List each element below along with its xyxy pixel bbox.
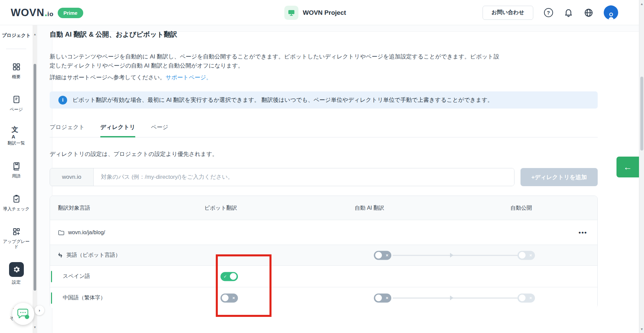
- book-icon: [12, 161, 21, 171]
- auto-publish-toggle-english[interactable]: ×: [517, 251, 535, 260]
- tab-bar: プロジェクト ディレクトリ ページ: [50, 123, 598, 137]
- more-options-icon[interactable]: •••: [579, 229, 587, 236]
- chat-expand-button[interactable]: ›: [35, 305, 44, 315]
- grid-icon: [12, 62, 21, 72]
- info-banner: i ピボット翻訳が有効な場合、最初に AI 翻訳を実行するか選択できます。 翻訳…: [50, 91, 598, 109]
- directory-settings-table: 翻訳対象言語 ピボット翻訳 自動 AI 翻訳 自動公開 wovn.io/ja/b…: [50, 196, 598, 308]
- scroll-down-arrow[interactable]: ▼: [639, 327, 644, 331]
- scrollbar-thumb[interactable]: [34, 64, 36, 291]
- flow-connector: [393, 255, 517, 256]
- tab-directory[interactable]: ディレクトリ: [100, 123, 135, 137]
- col-auto-publish: 自動公開: [510, 196, 532, 220]
- logo-tld: io: [47, 10, 54, 18]
- page-description: 新しいコンテンツやページを自動的に AI 翻訳し、ページを自動公開することができ…: [50, 52, 499, 70]
- flow-connector: [393, 297, 517, 298]
- path-input-group: wovn.io: [50, 168, 514, 186]
- auto-ai-toggle-english[interactable]: ×: [374, 251, 391, 260]
- description-line-2: 定したディレクトリやページの自動 AI 翻訳と自動公開がオフになります。: [50, 61, 499, 70]
- top-right-actions: お問い合わせ ?: [483, 0, 618, 25]
- language-row-chinese: 中国語（繁体字） × × ×: [50, 287, 597, 308]
- sidebar: プロジェクト 概要 ページ 文A 翻訳一覧 用語: [0, 25, 33, 333]
- scroll-down-arrow[interactable]: ▼: [33, 326, 37, 329]
- col-target-languages: 翻訳対象言語: [58, 196, 90, 220]
- tab-project[interactable]: プロジェクト: [50, 123, 85, 137]
- pivot-toggle-spanish[interactable]: ✓: [220, 272, 238, 281]
- info-icon: i: [58, 96, 67, 105]
- info-banner-text: ピボット翻訳が有効な場合、最初に AI 翻訳を実行するか選択できます。 翻訳後は…: [72, 96, 493, 104]
- chat-bubble-icon: [16, 307, 30, 320]
- page-title: 自動 AI 翻訳 & 公開、およびピボット翻訳: [50, 30, 177, 39]
- flow-arrow-icon: [450, 253, 453, 258]
- col-pivot-translation: ピボット翻訳: [204, 196, 237, 220]
- sidebar-item-settings[interactable]: 設定: [0, 262, 33, 285]
- directory-row: wovn.io/ja/blog/ •••: [50, 220, 597, 245]
- add-directory-button[interactable]: +ディレクトリを追加: [521, 168, 598, 186]
- account-avatar[interactable]: [604, 5, 618, 20]
- tab-page[interactable]: ページ: [151, 123, 168, 137]
- plan-badge: Prime: [58, 8, 83, 18]
- sidebar-item-glossary[interactable]: 用語: [0, 161, 33, 178]
- description-line-1: 新しいコンテンツやページを自動的に AI 翻訳し、ページを自動公開することができ…: [50, 52, 499, 61]
- support-page-link[interactable]: サポートページ。: [165, 74, 212, 81]
- sidebar-item-setup-check[interactable]: 導入チェック: [0, 194, 33, 211]
- add-directory-row: wovn.io +ディレクトリを追加: [50, 168, 598, 186]
- page-scrollbar: ▲ ▼: [639, 0, 644, 333]
- clipboard-check-icon: [12, 194, 21, 204]
- scrollbar-thumb[interactable]: [640, 77, 643, 151]
- scroll-up-arrow[interactable]: ▲: [33, 33, 37, 36]
- translate-icon: 文A: [12, 128, 21, 138]
- directory-path-input[interactable]: [94, 168, 514, 186]
- gear-icon: [9, 262, 24, 277]
- sidebar-section-label: プロジェクト: [0, 33, 33, 39]
- pivot-arrows-icon: [57, 252, 63, 258]
- sidebar-divider: [6, 49, 26, 49]
- document-icon: [12, 95, 21, 104]
- folder-icon: [58, 230, 64, 236]
- top-bar: WOVN.io Prime WOVN Project お問い合わせ ?: [0, 0, 639, 25]
- col-auto-ai-translation: 自動 AI 翻訳: [355, 196, 384, 220]
- logo-text: WOVN: [11, 7, 44, 19]
- content-scrollbar-left: ▲ ▼: [33, 25, 37, 333]
- domain-prefix: wovn.io: [50, 168, 94, 186]
- wovn-logo[interactable]: WOVN.io: [11, 7, 54, 19]
- description-line-3: 詳細はサポートページへ参考してください。サポートページ。: [50, 74, 212, 81]
- language-row-english: 英語（ピボット言語） × ×: [50, 245, 597, 266]
- auto-publish-toggle-chinese[interactable]: ×: [517, 293, 535, 302]
- contact-button[interactable]: お問い合わせ: [483, 6, 534, 20]
- project-name: WOVN Project: [303, 9, 346, 16]
- language-label: 中国語（繁体字）: [63, 294, 106, 301]
- directory-note: ディレクトリの設定は、プロジェクトの設定より優先されます。: [50, 150, 218, 158]
- main-content: 自動 AI 翻訳 & 公開、およびピボット翻訳 新しいコンテンツやページを自動的…: [37, 25, 639, 333]
- upgrade-icon: [12, 227, 21, 236]
- language-label: 英語（ピボット言語）: [66, 252, 121, 259]
- monitor-icon: [284, 6, 298, 20]
- language-label: スペイン語: [63, 273, 90, 280]
- sidebar-item-translations[interactable]: 文A 翻訳一覧: [0, 128, 33, 145]
- panel-expand-button[interactable]: ←: [616, 157, 639, 177]
- project-selector[interactable]: WOVN Project: [284, 0, 346, 25]
- left-arrow-icon: ←: [624, 162, 632, 172]
- notifications-bell-icon[interactable]: [563, 8, 574, 18]
- chat-widget-button[interactable]: [12, 303, 34, 325]
- sidebar-item-upgrade[interactable]: アップグレード: [0, 227, 33, 249]
- language-accent-bar: [51, 292, 52, 304]
- sidebar-item-pages[interactable]: ページ: [0, 95, 33, 112]
- auto-ai-toggle-chinese[interactable]: ×: [374, 293, 391, 302]
- app-window: WOVN.io Prime WOVN Project お問い合わせ ? プロジェ…: [0, 0, 644, 333]
- language-row-spanish: スペイン語 ✓: [50, 266, 597, 287]
- sidebar-item-overview[interactable]: 概要: [0, 62, 33, 79]
- table-header-row: 翻訳対象言語 ピボット翻訳 自動 AI 翻訳 自動公開: [50, 196, 597, 220]
- language-globe-icon[interactable]: [584, 8, 594, 18]
- pivot-toggle-chinese[interactable]: ×: [220, 293, 238, 302]
- flow-arrow-icon: [450, 296, 453, 300]
- chevron-right-icon: ›: [39, 308, 40, 313]
- directory-path: wovn.io/ja/blog/: [68, 230, 105, 236]
- scroll-up-arrow[interactable]: ▲: [639, 2, 644, 6]
- help-icon[interactable]: ?: [543, 8, 553, 18]
- language-accent-bar: [51, 271, 52, 282]
- logo-dot: .: [44, 7, 47, 19]
